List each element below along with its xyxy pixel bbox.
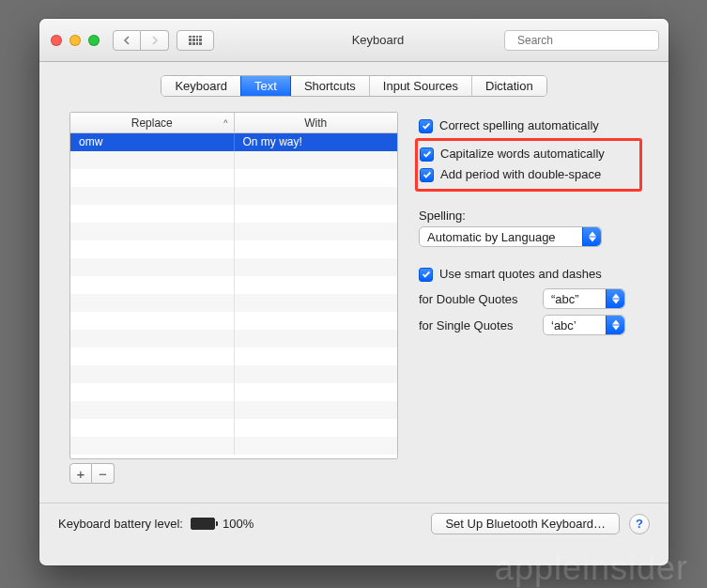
table-row[interactable] — [70, 205, 397, 223]
tab-keyboard[interactable]: Keyboard — [161, 76, 241, 96]
cell-replace: omw — [70, 133, 235, 151]
chevron-up-down-icon — [606, 316, 624, 334]
zoom-window-button[interactable] — [88, 35, 100, 46]
search-field[interactable] — [504, 30, 659, 51]
battery-pct: 100% — [223, 517, 254, 531]
checkbox-capitalize[interactable]: Capitalize words automatically — [420, 146, 636, 162]
text-options: Correct spelling automatically Capitaliz… — [419, 112, 638, 484]
nav-back-forward — [113, 30, 169, 51]
single-quotes-row: for Single Quotes ‘abc’ — [419, 315, 638, 335]
spelling-label: Spelling: — [419, 209, 638, 223]
battery-status: Keyboard battery level: 100% — [58, 517, 254, 531]
sort-indicator-icon: ^ — [223, 118, 227, 128]
table-row[interactable] — [70, 365, 397, 383]
table-row[interactable] — [70, 169, 397, 187]
table-row[interactable] — [70, 276, 397, 294]
table-controls: + − — [69, 463, 398, 484]
help-button[interactable]: ? — [629, 514, 650, 534]
show-all-button[interactable] — [177, 30, 214, 51]
checkbox-double-space[interactable]: Add period with double-space — [420, 166, 636, 183]
chevron-up-down-icon — [606, 289, 624, 308]
add-row-button[interactable]: + — [69, 463, 92, 484]
replacements-column: Replace ^ With omwOn my way! + − — [69, 112, 398, 484]
footer: Keyboard battery level: 100% Set Up Blue… — [39, 503, 669, 544]
table-row[interactable] — [70, 187, 397, 205]
checkbox-label: Use smart quotes and dashes — [439, 266, 602, 283]
checkbox-label: Add period with double-space — [440, 166, 601, 183]
table-row[interactable] — [70, 330, 397, 348]
forward-button[interactable] — [141, 30, 169, 51]
bluetooth-setup-button[interactable]: Set Up Bluetooth Keyboard… — [431, 513, 620, 534]
table-row[interactable]: omwOn my way! — [70, 133, 397, 151]
table-row[interactable] — [70, 151, 397, 169]
cell-with: On my way! — [235, 133, 398, 151]
checkbox-label: Correct spelling automatically — [439, 117, 599, 134]
table-row[interactable] — [70, 348, 397, 365]
checkbox-correct-spelling[interactable]: Correct spelling automatically — [419, 117, 638, 134]
table-row[interactable] — [70, 294, 397, 312]
column-replace[interactable]: Replace ^ — [70, 113, 235, 132]
toolbar: Keyboard — [39, 19, 669, 62]
table-row[interactable] — [70, 437, 397, 455]
table-row[interactable] — [70, 240, 397, 258]
minimize-window-button[interactable] — [69, 35, 81, 46]
grid-icon — [189, 36, 202, 45]
window-title: Keyboard — [352, 33, 405, 47]
table-row[interactable] — [70, 419, 397, 437]
tab-bar: KeyboardTextShortcutsInput SourcesDictat… — [39, 62, 669, 108]
checkbox-label: Capitalize words automatically — [440, 146, 605, 162]
double-quotes-row: for Double Quotes “abc” — [419, 288, 638, 309]
double-quotes-label: for Double Quotes — [419, 292, 531, 306]
replacements-table[interactable]: Replace ^ With omwOn my way! — [69, 112, 398, 459]
battery-icon — [191, 518, 215, 530]
single-quotes-select[interactable]: ‘abc’ — [543, 315, 625, 335]
table-row[interactable] — [70, 401, 397, 419]
table-header[interactable]: Replace ^ With — [70, 113, 397, 133]
double-quotes-select[interactable]: “abc” — [543, 288, 625, 309]
battery-label: Keyboard battery level: — [58, 517, 183, 531]
select-value: ‘abc’ — [551, 318, 576, 333]
preferences-window: Keyboard KeyboardTextShortcutsInput Sour… — [39, 19, 669, 565]
chevron-up-down-icon — [582, 227, 601, 246]
table-row[interactable] — [70, 383, 397, 401]
spelling-select[interactable]: Automatic by Language — [419, 226, 602, 247]
close-window-button[interactable] — [51, 35, 62, 46]
checkbox-smart-quotes[interactable]: Use smart quotes and dashes — [419, 266, 638, 283]
tab-input-sources[interactable]: Input Sources — [370, 76, 472, 96]
single-quotes-label: for Single Quotes — [419, 318, 531, 333]
table-row[interactable] — [70, 312, 397, 330]
content-panel: Replace ^ With omwOn my way! + − — [58, 108, 650, 491]
search-input[interactable] — [515, 33, 660, 48]
tab-dictation[interactable]: Dictation — [472, 76, 546, 96]
table-row[interactable] — [70, 258, 397, 276]
table-row[interactable] — [70, 223, 397, 240]
tab-text[interactable]: Text — [241, 76, 291, 96]
highlight-box: Capitalize words automatically Add perio… — [415, 138, 642, 192]
tab-shortcuts[interactable]: Shortcuts — [291, 76, 370, 96]
back-button[interactable] — [113, 30, 141, 51]
column-with[interactable]: With — [235, 113, 398, 132]
window-controls — [51, 35, 100, 46]
remove-row-button[interactable]: − — [92, 463, 115, 484]
select-value: “abc” — [551, 292, 579, 306]
select-value: Automatic by Language — [427, 230, 556, 244]
